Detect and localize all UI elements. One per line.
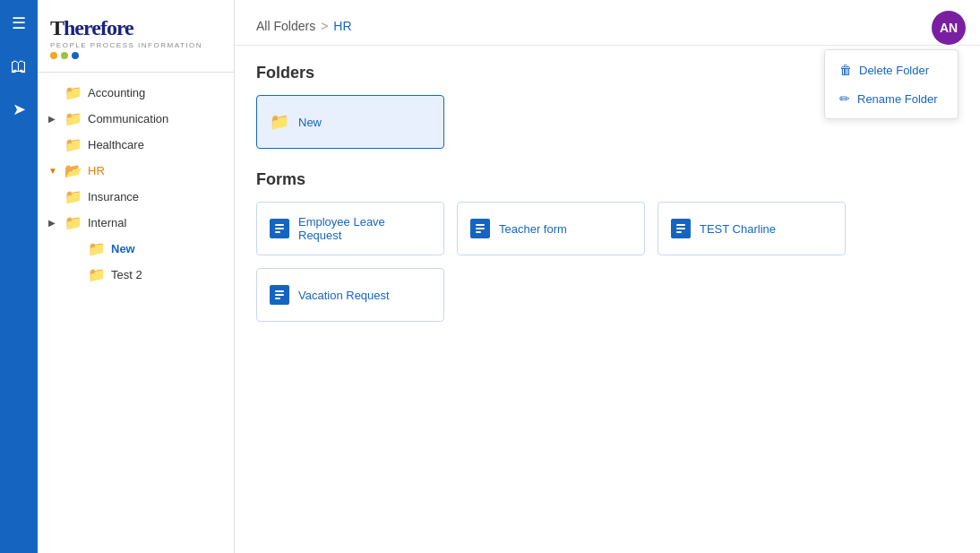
sidebar-item-new[interactable]: ▶ 📁 New: [38, 236, 234, 262]
folder-card-new[interactable]: 📁 New: [256, 95, 444, 149]
sidebar-label-hr: HR: [88, 164, 225, 177]
form-icon-vacation-request: [270, 285, 289, 305]
form-card-vacation-request[interactable]: Vacation Request: [256, 268, 444, 322]
svg-rect-2: [275, 231, 280, 233]
logo-text: Therefore: [50, 16, 133, 40]
form-card-teacher-form[interactable]: Teacher form: [457, 202, 645, 255]
folder-icon-hr: 📂: [64, 162, 82, 179]
folder-icon-test2: 📁: [88, 266, 106, 283]
trash-icon: 🗑: [839, 63, 852, 77]
form-label-teacher-form: Teacher form: [499, 222, 567, 236]
main-content: All Folders > HR ☰ 🗑 Delete Folder ✏ Ren…: [235, 0, 980, 553]
svg-rect-3: [476, 224, 485, 226]
arrow-hr: ▼: [48, 166, 59, 176]
pencil-icon: ✏: [839, 91, 850, 106]
dot-2: [61, 52, 68, 59]
sidebar: Therefore PEOPLE PROCESS INFORMATION ▶ 📁…: [38, 0, 235, 553]
svg-rect-0: [275, 224, 284, 226]
svg-rect-8: [676, 231, 682, 233]
breadcrumb-current: HR: [333, 19, 351, 33]
sidebar-item-healthcare[interactable]: ▶ 📁 Healthcare: [38, 132, 234, 158]
sidebar-label-insurance: Insurance: [88, 190, 225, 203]
form-label-test-charline: TEST Charline: [700, 222, 776, 236]
arrow-communication: ▶: [48, 114, 59, 124]
form-icon-teacher-form: [470, 219, 490, 238]
hamburger-icon[interactable]: ☰: [6, 11, 31, 36]
book-icon[interactable]: 🕮: [6, 54, 31, 79]
folder-icon-internal: 📁: [64, 214, 82, 231]
folder-icon-new: 📁: [88, 240, 106, 257]
left-rail: ☰ 🕮 ➤: [0, 0, 38, 553]
sidebar-label-accounting: Accounting: [88, 86, 225, 99]
svg-rect-5: [476, 231, 481, 233]
sidebar-item-test2[interactable]: ▶ 📁 Test 2: [38, 262, 234, 288]
logo-dots: [50, 52, 221, 59]
form-icon-test-charline: [671, 219, 691, 238]
forms-grid: Employee Leave Request Teacher form TEST…: [256, 202, 959, 322]
sidebar-item-hr[interactable]: ▼ 📂 HR: [38, 158, 234, 184]
logo-tagline: PEOPLE PROCESS INFORMATION: [50, 41, 221, 49]
folder-icon-accounting: 📁: [64, 84, 82, 101]
breadcrumb-separator: >: [321, 19, 328, 33]
avatar[interactable]: AN: [932, 11, 966, 45]
sidebar-label-new: New: [111, 242, 225, 255]
svg-rect-10: [275, 294, 284, 296]
svg-rect-9: [275, 290, 284, 292]
arrow-internal: ▶: [48, 218, 59, 228]
form-label-employee-leave: Employee Leave Request: [298, 215, 431, 242]
folder-card-icon-new: 📁: [270, 112, 289, 132]
form-card-employee-leave[interactable]: Employee Leave Request: [256, 202, 444, 255]
context-menu: 🗑 Delete Folder ✏ Rename Folder: [824, 49, 959, 119]
sidebar-item-accounting[interactable]: ▶ 📁 Accounting: [38, 80, 234, 106]
delete-folder-button[interactable]: 🗑 Delete Folder: [825, 56, 958, 84]
sidebar-item-internal[interactable]: ▶ 📁 Internal: [38, 210, 234, 236]
folder-icon-communication: 📁: [64, 110, 82, 127]
folder-icon-insurance: 📁: [64, 188, 82, 205]
svg-rect-6: [676, 224, 685, 226]
sidebar-label-communication: Communication: [88, 112, 225, 125]
folder-card-label-new: New: [298, 116, 322, 129]
breadcrumb-root[interactable]: All Folders: [256, 19, 315, 33]
main-header: All Folders > HR ☰: [235, 0, 980, 46]
rename-folder-button[interactable]: ✏ Rename Folder: [825, 84, 958, 113]
rename-folder-label: Rename Folder: [857, 92, 938, 106]
svg-rect-1: [275, 228, 284, 229]
location-icon[interactable]: ➤: [6, 97, 31, 122]
sidebar-item-communication[interactable]: ▶ 📁 Communication: [38, 106, 234, 132]
dot-3: [72, 52, 79, 59]
sidebar-label-healthcare: Healthcare: [88, 138, 225, 151]
forms-title: Forms: [256, 170, 959, 189]
sidebar-label-internal: Internal: [88, 216, 225, 229]
delete-folder-label: Delete Folder: [859, 64, 929, 77]
svg-rect-4: [476, 228, 485, 229]
svg-rect-11: [275, 298, 280, 299]
form-card-test-charline[interactable]: TEST Charline: [658, 202, 846, 255]
logo: Therefore PEOPLE PROCESS INFORMATION: [38, 7, 234, 73]
sidebar-item-insurance[interactable]: ▶ 📁 Insurance: [38, 184, 234, 210]
sidebar-label-test2: Test 2: [111, 268, 225, 281]
form-label-vacation-request: Vacation Request: [298, 289, 390, 302]
breadcrumb: All Folders > HR: [256, 19, 352, 33]
folder-icon-healthcare: 📁: [64, 136, 82, 153]
dot-1: [50, 52, 57, 59]
form-icon-employee-leave: [270, 219, 289, 238]
svg-rect-7: [676, 228, 685, 229]
